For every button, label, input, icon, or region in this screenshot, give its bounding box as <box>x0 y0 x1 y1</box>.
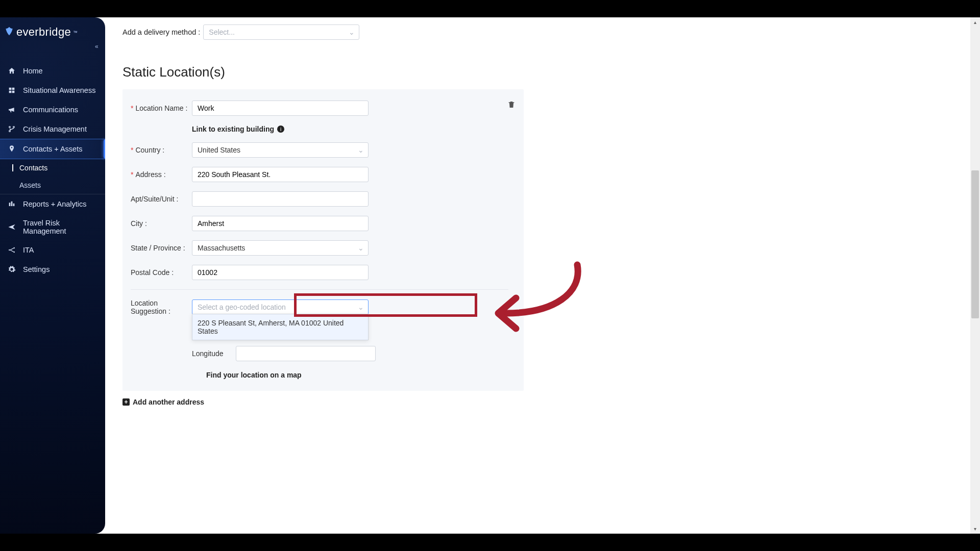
sidebar-item-situational-awareness[interactable]: Situational Awareness <box>0 81 105 100</box>
apt-label: Apt/Suite/Unit : <box>131 195 192 203</box>
sidebar-item-label: Settings <box>23 265 50 273</box>
scroll-up-icon[interactable]: ▴ <box>970 17 980 27</box>
sidebar-subitem-label: Contacts <box>19 164 47 172</box>
suggestion-option[interactable]: 220 S Pleasant St, Amherst, MA 01002 Uni… <box>192 314 368 340</box>
main-content: Add a delivery method : Select... ⌄ Stat… <box>105 17 980 534</box>
branch-icon <box>7 124 16 134</box>
longitude-label: Longitude <box>192 349 227 358</box>
address-label: *Address : <box>131 170 192 179</box>
suggestion-label: Location Suggestion : <box>131 299 192 315</box>
sidebar-item-label: Contacts + Assets <box>23 145 82 153</box>
sidebar: everbridge ™ « Home Situational Awarenes… <box>0 17 105 534</box>
sidebar-item-label: Communications <box>23 106 78 114</box>
location-name-label: *Location Name : <box>131 104 192 112</box>
add-address-label: Add another address <box>133 398 204 406</box>
country-select[interactable]: United States ⌄ <box>192 142 369 158</box>
delete-location-button[interactable] <box>507 101 516 111</box>
sidebar-subnav: Contacts Assets <box>0 159 105 194</box>
home-icon <box>7 66 16 76</box>
sidebar-item-label: Situational Awareness <box>23 86 95 94</box>
add-address-button[interactable]: + Add another address <box>122 398 524 406</box>
postal-input[interactable] <box>192 265 369 280</box>
find-location-link[interactable]: Find your location on a map <box>206 371 302 379</box>
address-input[interactable] <box>192 167 369 182</box>
network-icon <box>7 245 16 255</box>
awareness-icon <box>7 86 16 95</box>
trademark-icon: ™ <box>73 30 78 35</box>
svg-point-2 <box>13 252 15 253</box>
sidebar-item-label: Reports + Analytics <box>23 200 87 208</box>
apt-input[interactable] <box>192 191 369 207</box>
svg-point-1 <box>13 247 15 249</box>
location-panel: *Location Name : Link to existing buildi… <box>122 89 524 391</box>
delivery-method-label: Add a delivery method : <box>122 28 200 36</box>
postal-label: Postal Code : <box>131 268 192 277</box>
info-icon[interactable]: i <box>277 126 284 133</box>
active-indicator-icon <box>12 164 13 171</box>
indicator-spacer <box>12 182 13 189</box>
brand-logo: everbridge ™ <box>0 22 105 46</box>
sidebar-collapse-button[interactable]: « <box>95 43 104 52</box>
brand-mark-icon <box>4 26 14 39</box>
longitude-input[interactable] <box>236 346 376 361</box>
sidebar-item-label: Crisis Management <box>23 125 87 133</box>
chevron-down-icon: ⌄ <box>349 28 355 36</box>
sidebar-item-travel-risk[interactable]: Travel Risk Management <box>0 214 105 240</box>
country-value: United States <box>198 146 240 154</box>
section-title: Static Location(s) <box>122 64 524 80</box>
sidebar-item-ita[interactable]: ITA <box>0 240 105 260</box>
city-label: City : <box>131 219 192 228</box>
sidebar-item-home[interactable]: Home <box>0 61 105 81</box>
suggestion-placeholder: Select a geo-coded location <box>198 303 286 311</box>
plus-icon: + <box>122 398 130 406</box>
sidebar-item-reports-analytics[interactable]: Reports + Analytics <box>0 194 105 214</box>
sidebar-item-label: Travel Risk Management <box>23 219 99 235</box>
megaphone-icon <box>7 105 16 114</box>
sidebar-item-label: Home <box>23 67 43 75</box>
sidebar-item-settings[interactable]: Settings <box>0 260 105 279</box>
delivery-method-select[interactable]: Select... ⌄ <box>203 24 359 40</box>
sidebar-subitem-contacts[interactable]: Contacts <box>0 159 105 177</box>
state-value: Massachusetts <box>198 244 245 252</box>
scrollbar-thumb[interactable] <box>971 170 979 318</box>
pin-icon <box>7 144 16 154</box>
sidebar-nav: Home Situational Awareness Communication… <box>0 61 105 279</box>
sidebar-subitem-label: Assets <box>19 181 41 189</box>
country-label: *Country : <box>131 146 192 154</box>
city-input[interactable] <box>192 216 369 231</box>
chevron-down-icon: ⌄ <box>358 146 364 154</box>
sidebar-subitem-assets[interactable]: Assets <box>0 177 105 194</box>
sidebar-item-contacts-assets[interactable]: Contacts + Assets <box>0 139 105 159</box>
delivery-method-placeholder: Select... <box>209 28 235 36</box>
state-label: State / Province : <box>131 244 192 252</box>
scrollbar[interactable]: ▴ ▾ <box>970 17 980 534</box>
location-suggestion-select[interactable]: Select a geo-coded location ⌄ <box>192 299 369 315</box>
chart-icon <box>7 199 16 209</box>
scroll-down-icon[interactable]: ▾ <box>970 524 980 534</box>
sidebar-item-label: ITA <box>23 246 34 254</box>
location-name-input[interactable] <box>192 101 369 116</box>
chevron-down-icon: ⌄ <box>358 303 364 311</box>
sidebar-item-crisis-management[interactable]: Crisis Management <box>0 119 105 139</box>
link-building-text: Link to existing building <box>192 125 274 133</box>
state-select[interactable]: Massachusetts ⌄ <box>192 240 369 256</box>
suggestion-dropdown-list: 220 S Pleasant St, Amherst, MA 01002 Uni… <box>192 314 369 340</box>
chevron-down-icon: ⌄ <box>358 244 364 252</box>
brand-name: everbridge <box>16 26 71 39</box>
gear-icon <box>7 265 16 274</box>
sidebar-item-communications[interactable]: Communications <box>0 100 105 119</box>
svg-point-0 <box>9 249 10 251</box>
plane-icon <box>7 222 16 232</box>
